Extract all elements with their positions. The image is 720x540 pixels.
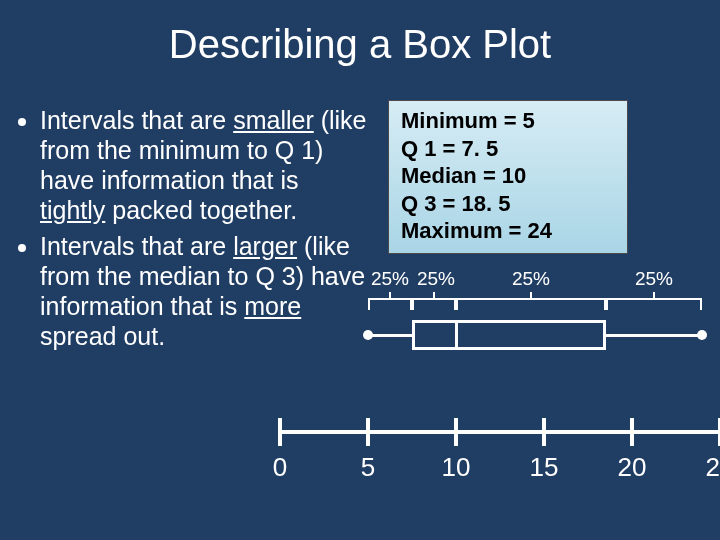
text-underline: tightly xyxy=(40,196,105,224)
brace xyxy=(412,298,456,300)
axis-line xyxy=(280,430,720,434)
whisker-max-cap xyxy=(697,330,707,340)
slide-title: Describing a Box Plot xyxy=(0,22,720,67)
whisker-right xyxy=(606,334,702,337)
axis-tick xyxy=(630,418,634,446)
stat-q3: Q 3 = 18. 5 xyxy=(401,190,615,218)
axis-tick-label: 20 xyxy=(618,452,647,483)
stat-median: Median = 10 xyxy=(401,162,615,190)
box-iqr xyxy=(412,320,606,350)
brace xyxy=(368,298,412,300)
axis-tick xyxy=(542,418,546,446)
pct-label: 25% xyxy=(635,268,673,290)
text: Intervals that are xyxy=(40,106,233,134)
axis-tick-label: 5 xyxy=(361,452,375,483)
stat-minimum: Minimum = 5 xyxy=(401,107,615,135)
slide: Describing a Box Plot Intervals that are… xyxy=(0,0,720,540)
stat-q1: Q 1 = 7. 5 xyxy=(401,135,615,163)
stat-maximum: Maximum = 24 xyxy=(401,217,615,245)
median-line xyxy=(455,320,458,350)
axis-tick-label: 0 xyxy=(273,452,287,483)
axis-tick xyxy=(366,418,370,446)
pct-label: 25% xyxy=(512,268,550,290)
text: packed together. xyxy=(105,196,297,224)
brace xyxy=(606,298,702,300)
bullet-item: Intervals that are smaller (like from th… xyxy=(40,105,368,225)
text: spread out. xyxy=(40,322,165,350)
pct-label: 25% xyxy=(417,268,455,290)
axis-tick xyxy=(278,418,282,446)
axis-tick-label: 25 xyxy=(706,452,720,483)
axis-tick-label: 10 xyxy=(442,452,471,483)
pct-label: 25% xyxy=(371,268,409,290)
axis-tick xyxy=(454,418,458,446)
summary-stats-box: Minimum = 5 Q 1 = 7. 5 Median = 10 Q 3 =… xyxy=(388,100,628,254)
brace xyxy=(456,298,606,300)
boxplot-chart: 0 5 10 15 20 25 25% 25% 25% 25% xyxy=(280,250,720,510)
text: Intervals that are xyxy=(40,232,233,260)
text-underline: smaller xyxy=(233,106,314,134)
whisker-left xyxy=(368,334,412,337)
axis-tick-label: 15 xyxy=(530,452,559,483)
